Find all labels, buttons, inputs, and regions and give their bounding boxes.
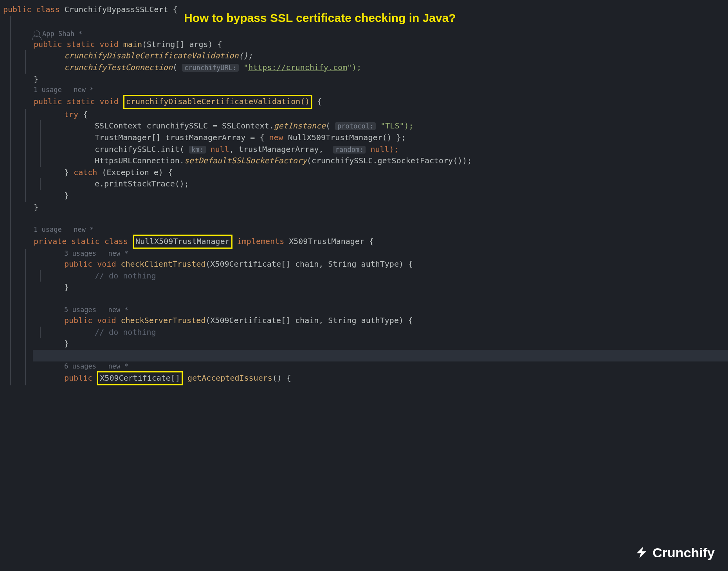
code-line: crunchifyDisableCertificateValidation(); [33,50,728,62]
code-line: HttpsURLConnection.setDefaultSSLSocketFa… [48,155,728,167]
usage-hint[interactable]: 6 usages new * [33,361,728,371]
code-line: public X509Certificate[] getAcceptedIssu… [33,371,728,385]
param-hint: km: [189,146,206,154]
code-line: try { [33,109,728,121]
code-line: SSLContext crunchifySSLC = SSLContext.ge… [48,120,728,132]
code-line: } [18,202,728,213]
overlay-title: How to bypass SSL certificate checking i… [184,9,456,27]
url-link[interactable]: https://crunchify.com [248,63,347,72]
code-comment: // do nothing [48,270,728,282]
author-line: App Shah * [18,29,728,39]
brand-logo: Crunchify [634,543,715,562]
highlight-box: X509Certificate[] [97,371,183,385]
code-line: public void checkClientTrusted(X509Certi… [33,258,728,270]
code-line: } [33,190,728,202]
code-line: TrustManager[] trustManagerArray = { new… [48,132,728,144]
code-line: public static void crunchifyDisableCerti… [18,95,728,109]
code-line: e.printStackTrace(); [48,178,728,190]
code-line: } [33,338,728,350]
highlight-box: NullX509TrustManager [133,235,232,249]
usage-hint[interactable]: 1 usage new * [18,85,728,95]
code-line: } [33,282,728,293]
usage-hint[interactable]: 5 usages new * [33,305,728,315]
code-line: } catch (Exception e) { [33,167,728,179]
user-icon [34,31,40,37]
code-line: crunchifyTestConnection( crunchifyURL: "… [33,62,728,74]
code-line: public static void main(String[] args) { [18,39,728,51]
param-hint: crunchifyURL: [182,64,239,72]
crunchify-icon [634,546,649,560]
cursor-line [33,350,728,361]
code-line: crunchifySSLC.init( km: null, trustManag… [48,144,728,155]
code-line: public void checkServerTrusted(X509Certi… [33,315,728,327]
code-editor[interactable]: How to bypass SSL certificate checking i… [0,0,728,571]
param-hint: random: [333,146,366,154]
param-hint: protocol: [335,122,376,130]
code-line: } [18,74,728,85]
code-comment: // do nothing [48,327,728,338]
usage-hint[interactable]: 3 usages new * [33,249,728,258]
highlight-box: crunchifyDisableCertificateValidation() [123,95,313,109]
code-line: private static class NullX509TrustManage… [18,235,728,249]
usage-hint[interactable]: 1 usage new * [18,225,728,235]
